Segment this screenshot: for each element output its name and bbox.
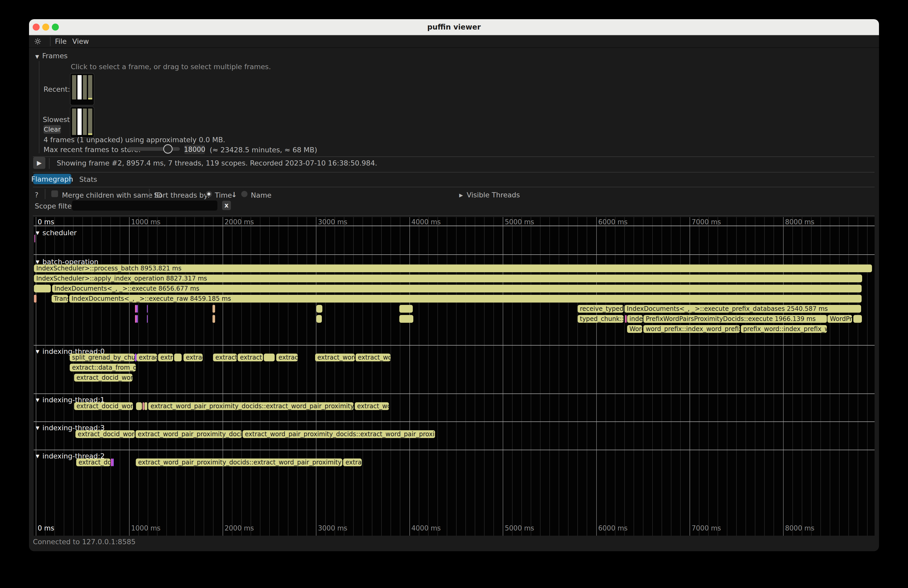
max-frames-value[interactable]: 18000 [184, 145, 205, 154]
sort-direction-arrow-icon[interactable]: ↓ [231, 191, 237, 199]
axis-tick-label: 7000 ms [692, 218, 721, 226]
scope-bar[interactable]: extract [276, 353, 298, 361]
scope-bar[interactable]: IndexDocuments<_, _>::execute 8656.677 m… [52, 285, 861, 292]
axis-tick-label: 0 ms [38, 524, 55, 532]
scope-bar[interactable] [34, 235, 35, 243]
visible-threads-header[interactable]: Visible Threads [467, 191, 520, 199]
scope-bar[interactable]: extract_word [315, 353, 355, 361]
scope-bar[interactable] [213, 315, 215, 323]
scope-bar[interactable] [147, 315, 148, 323]
scope-bar[interactable]: extract_docid_word [74, 402, 133, 410]
scope-bar[interactable]: extract_doc [76, 458, 110, 466]
scope-bar[interactable]: receive_typed_ [578, 305, 623, 313]
scope-filter-input[interactable] [72, 201, 217, 210]
clear-filter-button[interactable]: x [222, 201, 231, 210]
separator [33, 172, 874, 172]
scope-bar[interactable]: extrac [343, 458, 362, 466]
scope-bar[interactable] [136, 315, 138, 323]
scope-bar-label: extract [276, 353, 298, 361]
scope-bar[interactable] [135, 353, 137, 361]
scope-bar[interactable]: extract_wo [355, 402, 389, 410]
scope-bar-label: PrefixWordPairsProximityDocids::execute … [644, 315, 827, 323]
scope-bar[interactable] [143, 402, 144, 410]
scope-bar[interactable] [316, 305, 322, 313]
scope-bar-label: receive_typed_ [578, 305, 623, 313]
slider-knob[interactable] [163, 144, 172, 154]
scope-bar-label: extract_docid_word [74, 374, 132, 382]
tab-flamegraph[interactable]: Flamegraph [33, 174, 71, 184]
scope-bar[interactable]: Trans [52, 295, 68, 302]
scope-bar[interactable] [112, 458, 114, 466]
menu-file[interactable]: File [55, 37, 67, 45]
scope-bar-label: IndexDocuments<_, _>::execute 8656.677 m… [52, 285, 861, 292]
merge-children-checkbox[interactable] [51, 190, 58, 197]
sort-time-radio[interactable] [206, 191, 212, 197]
scope-bar[interactable]: extrac [184, 353, 203, 361]
theme-sun-icon[interactable] [34, 38, 41, 45]
scope-bar[interactable]: index [627, 315, 642, 323]
scope-bar[interactable]: IndexScheduler>::process_batch 8953.821 … [34, 265, 872, 272]
scope-bar[interactable]: extract_docid_word [76, 430, 135, 438]
visible-threads-collapse-icon[interactable]: ▶ [459, 192, 463, 198]
scope-bar[interactable]: extract_ [213, 353, 237, 361]
menu-view[interactable]: View [72, 37, 89, 45]
scope-bar[interactable] [147, 305, 148, 313]
thread-header[interactable]: ▼scheduler [36, 229, 77, 237]
scope-bar[interactable] [34, 295, 37, 302]
scope-bar[interactable]: extra [158, 353, 173, 361]
scope-bar[interactable]: word_prefix::index_word_prefix_ [644, 325, 740, 333]
scope-bar[interactable] [213, 305, 215, 313]
scope-bar[interactable]: WordPr [828, 315, 852, 323]
scope-bar[interactable] [136, 402, 142, 410]
scope-bar[interactable]: extract_word_pair_proximity_docids [135, 430, 242, 438]
scope-bar[interactable] [145, 402, 147, 410]
frame-preview-bar [83, 75, 87, 100]
scope-bar[interactable] [264, 353, 275, 361]
scope-bar-label: extrac [343, 458, 362, 466]
scope-bar[interactable] [316, 315, 322, 323]
scope-bar[interactable] [136, 305, 138, 313]
frames-section-header[interactable]: ▼Frames [35, 52, 68, 60]
scope-bar[interactable]: extract::data_from_ob [70, 364, 136, 371]
flamegraph-canvas[interactable]: 0 ms0 ms1000 ms1000 ms2000 ms2000 ms3000… [34, 217, 874, 536]
sort-name-label: Name [251, 191, 272, 199]
scope-bar[interactable] [625, 315, 626, 323]
scope-bar[interactable]: typed_chunk::w [578, 315, 623, 323]
scope-bar[interactable] [399, 315, 413, 323]
tab-stats[interactable]: Stats [79, 175, 97, 183]
scope-bar[interactable]: extract_wo [356, 353, 391, 361]
scope-bar[interactable] [399, 305, 413, 313]
scope-bar[interactable]: extract_word_pair_proximity_docids::extr… [243, 430, 435, 438]
scope-bar[interactable]: Word [627, 325, 642, 333]
sort-name-radio[interactable] [241, 191, 248, 197]
scope-bar[interactable]: IndexScheduler>::apply_index_operation 8… [34, 275, 862, 282]
axis-tick-label: 5000 ms [505, 218, 534, 226]
scope-bar[interactable]: split_grenad_by_chun [70, 353, 135, 361]
recent-frames-thumbnail[interactable] [70, 73, 94, 105]
scope-bar-label: extract_word_pair_proximity_docids [135, 430, 242, 438]
scope-bar-label: extract_docid_word [74, 402, 133, 410]
scope-bar[interactable]: extract [137, 353, 157, 361]
scope-bar-label: extract [137, 353, 157, 361]
slowest-frames-thumbnail[interactable] [70, 106, 94, 138]
clear-button[interactable]: Clear [43, 125, 61, 134]
scope-bar[interactable]: prefix_word::index_prefix_wo [741, 325, 827, 333]
scope-bar-label: extract_wo [355, 402, 389, 410]
scope-bar[interactable]: extract_docid_word [74, 374, 132, 382]
scope-bar-label: Word [627, 325, 642, 333]
slowest-label: Slowest: [43, 116, 72, 124]
showing-frame-status: Showing frame #2, 8957.4 ms, 7 threads, … [57, 159, 377, 167]
scope-bar[interactable] [853, 315, 862, 323]
scope-bar-label: extract_docid_word [76, 430, 135, 438]
scope-bar[interactable] [174, 353, 182, 361]
help-button[interactable]: ? [35, 191, 39, 199]
scope-bar[interactable]: IndexDocuments<_, _>::execute_raw 8459.1… [69, 295, 861, 302]
merge-children-label: Merge children with same ID [62, 191, 162, 199]
play-button[interactable]: ▶ [33, 157, 45, 169]
scope-bar[interactable]: IndexDocuments<_, _>::execute_prefix_dat… [625, 305, 861, 313]
scope-bar[interactable]: extract_ [238, 353, 263, 361]
scope-bar[interactable]: extract_word_pair_proximity_docids::extr… [148, 402, 353, 410]
scope-bar[interactable] [34, 285, 51, 292]
scope-bar[interactable]: extract_word_pair_proximity_docids::extr… [136, 458, 342, 466]
scope-bar[interactable]: PrefixWordPairsProximityDocids::execute … [644, 315, 827, 323]
